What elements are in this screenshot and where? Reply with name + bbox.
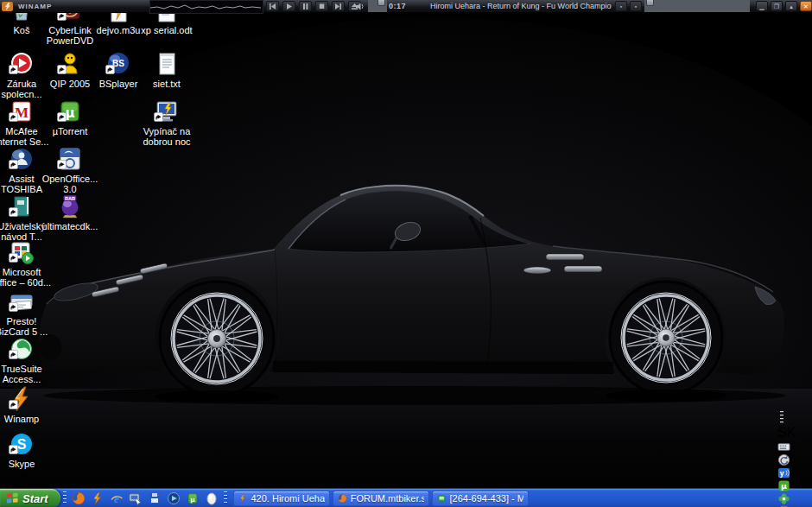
- desktop-icon-label: Skype: [0, 459, 52, 469]
- shortcut-arrow-icon: [9, 397, 18, 413]
- stop-button[interactable]: [315, 1, 328, 11]
- winamp-mini-buttons: ▪▪: [615, 0, 642, 12]
- desktop-icon-label: xp serial.odt: [136, 25, 197, 35]
- system-tray: SK yµM 12:01: [777, 411, 812, 507]
- tray-keyboard-icon[interactable]: [777, 440, 812, 453]
- shortcut-arrow-icon: [9, 347, 18, 363]
- taskband-grip[interactable]: [224, 491, 227, 505]
- desktop-icon-utorrent[interactable]: µµTorrent: [40, 98, 100, 136]
- desktop-icon-presto-bizcard[interactable]: Presto! BizCard 5 ...: [0, 288, 52, 337]
- quick-launch-show-desktop-icon[interactable]: [128, 491, 143, 506]
- quick-launch-qip-icon[interactable]: [204, 491, 219, 506]
- remote-green-icon: [437, 492, 447, 504]
- desktop-icon-label: Presto! BizCard 5 ...: [0, 316, 52, 337]
- desktop-icon-siet-txt[interactable]: siet.txt: [136, 50, 197, 89]
- toshiba-assist-icon: [8, 145, 35, 173]
- svg-text:S: S: [17, 437, 27, 452]
- quick-launch-grip[interactable]: [63, 491, 67, 505]
- pause-button[interactable]: [299, 1, 312, 11]
- shutdown-monitor-icon: [153, 98, 181, 125]
- desktop-icon-skype[interactable]: SSkype: [0, 430, 52, 469]
- task-button-1[interactable]: 420. Hiromi Uehara - ...: [233, 491, 330, 506]
- tray-bluetooth-audio-icon[interactable]: y: [777, 466, 812, 479]
- truesuite-icon: [8, 335, 35, 363]
- winamp-vis-button[interactable]: ▪: [630, 1, 642, 11]
- close-button[interactable]: ✕: [800, 1, 812, 11]
- shortcut-arrow-icon: [105, 62, 115, 78]
- quick-launch-firefox-icon[interactable]: [71, 491, 86, 506]
- svg-text:µ: µ: [190, 496, 195, 504]
- quick-launch-winamp-icon[interactable]: [90, 491, 105, 506]
- bsplayer-icon: BS: [105, 50, 132, 78]
- tray-qip-flower-icon[interactable]: [777, 492, 812, 505]
- desktop-icon-ms-office-trial[interactable]: Microsoft Office – 60d...: [0, 238, 52, 288]
- winamp-shade-bar[interactable]: WINAMP 0:17 Hiromi Uehara - Return of Ku…: [0, 0, 812, 13]
- winamp-visualization[interactable]: [149, 0, 263, 14]
- quick-launch-ie-icon[interactable]: e: [109, 491, 124, 506]
- language-indicator[interactable]: SK: [777, 425, 796, 440]
- svg-text:RAR: RAR: [65, 196, 75, 201]
- quick-launch-media-player-icon[interactable]: [166, 491, 181, 506]
- shortcut-arrow-icon: [9, 62, 18, 78]
- quick-launch-utorrent-icon[interactable]: µ: [185, 491, 200, 506]
- manual-book-icon: [8, 193, 35, 220]
- shortcut-arrow-icon: [57, 110, 67, 125]
- desktop-icon-label: Winamp: [0, 414, 52, 424]
- office-trial-icon: [8, 238, 35, 266]
- openoffice-icon: [56, 145, 84, 173]
- previous-button[interactable]: [266, 1, 279, 11]
- winamp-window-buttons: ▁❐▴✕: [756, 0, 812, 12]
- desktop-screen: KošCyberLink PowerDVDdejvo.m3uxp serial.…: [0, 0, 812, 507]
- task-buttons: 420. Hiromi Uehara - ...FORUM.mtbiker.sk…: [233, 491, 777, 506]
- minimize-button[interactable]: ▁: [756, 1, 768, 11]
- next-button[interactable]: [332, 1, 345, 11]
- windows-flag-icon: [6, 492, 19, 504]
- restore-button[interactable]: ❐: [771, 1, 783, 11]
- task-button-2[interactable]: FORUM.mtbiker.sk • ...: [333, 491, 429, 506]
- quick-launch-floppy-icon[interactable]: [147, 491, 162, 506]
- shortcut-arrow-icon: [57, 157, 67, 173]
- winamp-info-button[interactable]: ▪: [615, 1, 627, 11]
- rar-archive-icon: RAR: [56, 193, 84, 220]
- desktop-icon-label: ultimatecdk...: [40, 221, 100, 231]
- desktop-icon-label: TrueSuite Access...: [0, 364, 52, 384]
- svg-text:e: e: [114, 492, 119, 505]
- shade-button[interactable]: ▴: [785, 1, 797, 11]
- winamp-bolt-icon: [238, 492, 247, 504]
- desktop-icon-openoffice[interactable]: OpenOffice... 3.0: [40, 145, 100, 194]
- utorrent-icon: µ: [56, 98, 84, 125]
- shortcut-arrow-icon: [57, 62, 67, 78]
- desktop-icon-label: siet.txt: [136, 79, 197, 89]
- bizcard-icon: [8, 288, 35, 315]
- winamp-transport-controls: [266, 0, 361, 12]
- media-red-play-icon: [8, 50, 35, 78]
- elapsed-time: 0:17: [389, 0, 406, 12]
- tray-grip[interactable]: [780, 411, 783, 425]
- track-title: Hiromi Uehara - Return of Kung - Fu Worl…: [430, 0, 612, 12]
- quick-launch-bar: eµ: [69, 491, 221, 506]
- task-button-label: 420. Hiromi Uehara - ...: [251, 493, 325, 504]
- desktop-icon-truesuite[interactable]: TrueSuite Access...: [0, 335, 52, 384]
- volume-icon: [356, 0, 365, 12]
- task-button-label: FORUM.mtbiker.sk • ...: [351, 493, 424, 504]
- volume-slider[interactable]: [368, 0, 387, 12]
- skype-icon: S: [8, 430, 35, 458]
- task-button-3[interactable]: [264-694-433] - Mess...: [432, 491, 529, 506]
- winamp-logo-icon: [2, 0, 13, 12]
- shortcut-arrow-icon: [9, 250, 18, 266]
- firefox-icon: [338, 492, 347, 504]
- winamp-bolt-icon: [8, 385, 35, 413]
- start-button[interactable]: Start: [0, 489, 60, 507]
- desktop-icon-vypinac[interactable]: Vypínač na dobrou noc: [136, 98, 197, 147]
- shortcut-arrow-icon: [9, 300, 18, 315]
- shortcut-arrow-icon: [9, 157, 18, 173]
- shortcut-arrow-icon: [9, 442, 18, 458]
- desktop-icon-ultimatecdk[interactable]: RARultimatecdk...: [40, 193, 100, 231]
- svg-text:y: y: [780, 469, 784, 478]
- shortcut-arrow-icon: [9, 110, 18, 125]
- tray-updater-icon[interactable]: [777, 453, 812, 466]
- seek-slider[interactable]: [644, 0, 750, 12]
- tray-utorrent-tray-icon[interactable]: µ: [777, 479, 812, 492]
- play-button[interactable]: [282, 1, 295, 11]
- desktop-icon-winamp[interactable]: Winamp: [0, 385, 52, 424]
